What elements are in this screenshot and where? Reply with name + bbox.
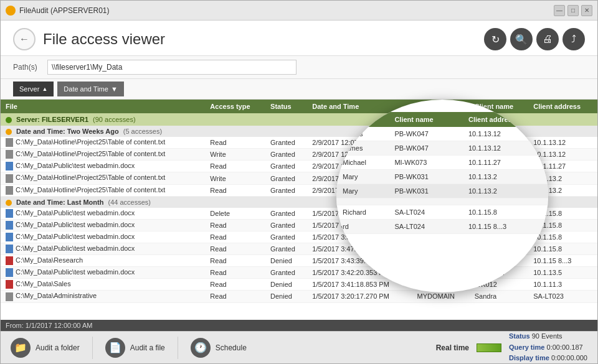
popup-row: Mary PB-WK031 10.1.13.2 bbox=[336, 170, 548, 184]
col-access-type[interactable]: Access type bbox=[205, 100, 265, 113]
cell-status: Granted bbox=[265, 149, 307, 161]
server-button[interactable]: Server ▲ bbox=[13, 82, 54, 96]
file-icon bbox=[6, 245, 13, 253]
cell-address: SA-LT023 bbox=[528, 291, 597, 302]
cell-address: 10.1.13.5 bbox=[528, 267, 597, 279]
cell-access: Read bbox=[205, 243, 265, 255]
cell-file: C:\My_Data\Research bbox=[1, 255, 205, 267]
popup-row: rd SA-LT024 10.1.15 8...3 bbox=[336, 220, 548, 234]
audit-folder-button[interactable]: 📁 Audit a folder bbox=[11, 338, 80, 358]
app-logo bbox=[6, 6, 16, 16]
cell-access: Read bbox=[205, 291, 265, 302]
popup-col-user: User bbox=[336, 112, 388, 127]
dropdown-arrow-icon: ▼ bbox=[111, 85, 118, 93]
popup-row-highlight: Mary PB-WK031 10.1.13.2 bbox=[336, 184, 548, 198]
cell-address: 10.1.13.12 bbox=[528, 137, 597, 149]
cell-status: Granted bbox=[265, 161, 307, 172]
popup-client-empty bbox=[388, 198, 462, 205]
stats-status-value: 90 Events bbox=[532, 332, 562, 340]
cell-address: 10.1.11.3 bbox=[528, 279, 597, 291]
popup-address: 10.1.13.2 bbox=[462, 184, 548, 198]
header-actions: ↻ 🔍 🖨 ⤴ bbox=[484, 28, 585, 50]
refresh-button[interactable]: ↻ bbox=[484, 28, 506, 50]
path-input[interactable] bbox=[47, 60, 297, 75]
audit-folder-label: Audit a folder bbox=[36, 343, 80, 352]
cell-access: Read bbox=[205, 279, 265, 291]
popup-client: PB-WK047 bbox=[388, 127, 462, 141]
cell-access: Delete bbox=[205, 208, 265, 220]
cell-status: Granted bbox=[265, 137, 307, 149]
cell-status: Granted bbox=[265, 231, 307, 243]
cell-status: Granted bbox=[265, 219, 307, 231]
datetime-dropdown-button[interactable]: Date and Time ▼ bbox=[57, 82, 123, 96]
popup-client: PB-WK031 bbox=[388, 170, 462, 184]
file-icon bbox=[6, 186, 13, 195]
cell-file: C:\My_Data\Public\test webadmin.docx bbox=[1, 208, 205, 220]
path-bar: Path(s) bbox=[1, 56, 597, 79]
popup-col-address: Client address bbox=[462, 112, 548, 127]
close-button[interactable]: ✕ bbox=[581, 5, 592, 16]
popup-row-empty bbox=[336, 198, 548, 205]
cell-access: Read bbox=[205, 161, 265, 172]
cell-access: Read bbox=[205, 219, 265, 231]
print-button[interactable]: 🖨 bbox=[536, 28, 559, 50]
cell-access: Write bbox=[205, 149, 265, 161]
path-label: Path(s) bbox=[13, 63, 41, 72]
cell-access: Write bbox=[205, 172, 265, 184]
col-client-address[interactable]: Client address bbox=[528, 100, 597, 113]
popup-user: Mary bbox=[336, 170, 388, 184]
popup-user: Mary bbox=[336, 184, 388, 198]
stats-status: Status 90 Events bbox=[509, 331, 587, 342]
popup-row: Michael MI-WK073 10.1.11.27 bbox=[336, 156, 548, 170]
popup-address: 10.1.13.2 bbox=[462, 170, 548, 184]
file-icon bbox=[6, 221, 13, 230]
file-icon bbox=[6, 280, 13, 289]
server-count: (90 accesses) bbox=[93, 116, 135, 123]
popup-table: User Client name Client address James PB… bbox=[336, 112, 548, 234]
popup-address: 10.1.11.27 bbox=[462, 156, 548, 170]
popup-user: rd bbox=[336, 220, 388, 234]
realtime-indicator bbox=[477, 343, 501, 352]
table-row[interactable]: C:\My_Data\Sales Read Denied 1/5/2017 3:… bbox=[1, 279, 597, 291]
stats-query-value: 0:00:00.187 bbox=[547, 343, 583, 351]
cell-address: 10.1.15.8 bbox=[528, 243, 597, 255]
popup-header-row: User Client name Client address bbox=[336, 112, 548, 127]
back-button[interactable]: ← bbox=[13, 28, 36, 50]
maximize-button[interactable]: □ bbox=[567, 5, 579, 16]
search-button[interactable]: 🔍 bbox=[510, 28, 533, 50]
audit-file-button[interactable]: 📄 Audit a file bbox=[105, 338, 165, 358]
cell-access: Read bbox=[205, 267, 265, 279]
window-controls[interactable]: — □ ✕ bbox=[554, 5, 592, 16]
file-icon bbox=[6, 268, 13, 277]
cell-status: Granted bbox=[265, 267, 307, 279]
cell-access: Read bbox=[205, 231, 265, 243]
popup-address: 10.1.15 8...3 bbox=[462, 220, 548, 234]
col-file[interactable]: File bbox=[1, 100, 205, 113]
popup-address: 10.1.15.8 bbox=[462, 205, 548, 220]
file-icon bbox=[6, 256, 13, 265]
server-name: Server: FILESERVER1 bbox=[16, 116, 88, 123]
sort-arrow-icon: ▲ bbox=[42, 86, 47, 92]
schedule-label: Schedule bbox=[216, 343, 247, 352]
toolbar: Server ▲ Date and Time ▼ bbox=[1, 79, 597, 100]
group-count-2: (44 accesses) bbox=[108, 198, 151, 206]
schedule-button[interactable]: 🕐 Schedule bbox=[191, 338, 247, 358]
cell-datetime: 1/5/2017 3:20:17.270 PM bbox=[307, 291, 412, 302]
cell-client: Sandra bbox=[470, 291, 528, 302]
popup-overlay: User Client name Client address James PB… bbox=[336, 100, 548, 292]
table-row[interactable]: C:\My_Data\Administrative Read Denied 1/… bbox=[1, 291, 597, 302]
cell-file: C:\My_Data\Administrative bbox=[1, 291, 205, 302]
popup-user-empty bbox=[336, 198, 388, 205]
col-status[interactable]: Status bbox=[265, 100, 307, 113]
page-header: ← File access viewer ↻ 🔍 🖨 ⤴ bbox=[1, 21, 597, 56]
file-icon bbox=[6, 150, 13, 159]
cell-status: Granted bbox=[265, 243, 307, 255]
export-button[interactable]: ⤴ bbox=[562, 28, 585, 50]
minimize-button[interactable]: — bbox=[554, 5, 565, 16]
popup-row: James PB-WK047 10.1.13.12 bbox=[336, 127, 548, 141]
cell-access: Read bbox=[205, 137, 265, 149]
audit-file-label: Audit a file bbox=[130, 343, 165, 352]
cell-status: Granted bbox=[265, 184, 307, 196]
popup-user: Richard bbox=[336, 205, 388, 220]
file-icon bbox=[6, 292, 13, 301]
